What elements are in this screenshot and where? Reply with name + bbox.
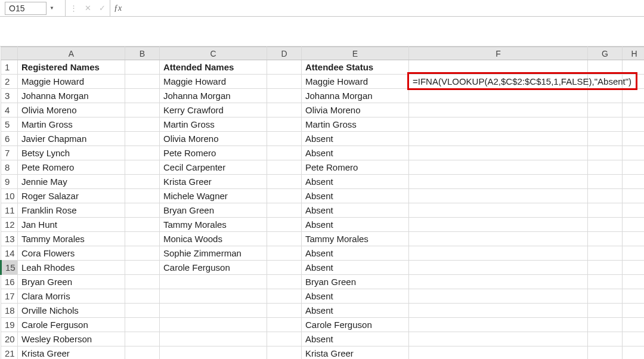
cell[interactable] [588, 261, 623, 275]
cell[interactable] [588, 289, 623, 304]
cell[interactable]: Leah Rhodes [18, 261, 125, 275]
cell[interactable] [125, 189, 160, 203]
cell[interactable]: Martin Gross [18, 117, 125, 132]
row-header[interactable]: 17 [1, 289, 18, 304]
cell[interactable]: Roger Salazar [18, 189, 125, 203]
cell[interactable]: Pete Romero [302, 160, 409, 175]
cell[interactable] [125, 132, 160, 146]
cell[interactable] [409, 175, 588, 189]
cell[interactable]: Absent [302, 218, 409, 232]
cell[interactable] [623, 132, 645, 146]
cell[interactable] [623, 275, 645, 289]
cell[interactable] [160, 275, 267, 289]
cell[interactable] [267, 117, 302, 132]
cell[interactable] [267, 261, 302, 275]
cell[interactable] [623, 332, 645, 346]
cell[interactable] [267, 189, 302, 203]
cell[interactable]: Franklin Rose [18, 203, 125, 218]
col-header-B[interactable]: B [125, 47, 160, 60]
cell[interactable]: Absent [302, 175, 409, 189]
cell[interactable] [409, 132, 588, 146]
cancel-icon[interactable]: ✕ [83, 4, 92, 13]
cell[interactable] [623, 318, 645, 332]
cell[interactable] [125, 89, 160, 103]
cell[interactable] [588, 132, 623, 146]
cell[interactable]: Jan Hunt [18, 218, 125, 232]
row-header[interactable]: 15 [1, 261, 18, 275]
cell[interactable]: Martin Gross [160, 117, 267, 132]
row-header[interactable]: 1 [1, 60, 18, 75]
cell[interactable] [267, 246, 302, 261]
row-header[interactable]: 8 [1, 160, 18, 175]
cell[interactable]: Jennie May [18, 175, 125, 189]
cell[interactable]: Absent [302, 189, 409, 203]
cell[interactable]: Michele Wagner [160, 189, 267, 203]
cell[interactable]: Bryan Green [18, 275, 125, 289]
cell[interactable] [125, 60, 160, 75]
cell[interactable] [588, 117, 623, 132]
row-header[interactable]: 12 [1, 218, 18, 232]
cell[interactable] [588, 304, 623, 318]
cell[interactable]: Pete Romero [160, 146, 267, 160]
cell[interactable]: Clara Morris [18, 289, 125, 304]
cell[interactable] [125, 246, 160, 261]
cell[interactable]: Monica Woods [160, 232, 267, 246]
cell[interactable] [623, 189, 645, 203]
col-header-F[interactable]: F [409, 47, 588, 60]
cell[interactable] [623, 346, 645, 360]
cell[interactable] [623, 203, 645, 218]
cell[interactable] [409, 318, 588, 332]
cell[interactable] [125, 332, 160, 346]
cell[interactable]: Olivia Moreno [160, 132, 267, 146]
cell[interactable] [409, 332, 588, 346]
cell[interactable]: Wesley Roberson [18, 332, 125, 346]
cell[interactable]: Absent [302, 304, 409, 318]
cell[interactable]: Bryan Green [302, 275, 409, 289]
cell[interactable]: Tammy Morales [160, 218, 267, 232]
cell[interactable] [623, 218, 645, 232]
cell[interactable]: Absent [302, 332, 409, 346]
cell[interactable]: Absent [302, 203, 409, 218]
spreadsheet-grid[interactable]: A B C D E F G H 1 Registered Names Atten… [0, 47, 644, 359]
cell[interactable] [267, 89, 302, 103]
row-header[interactable]: 6 [1, 132, 18, 146]
cell[interactable] [588, 146, 623, 160]
row-header[interactable]: 13 [1, 232, 18, 246]
cell[interactable]: Attended Names [160, 60, 267, 75]
cell[interactable] [623, 246, 645, 261]
cell[interactable]: Maggie Howard [160, 75, 267, 89]
cell[interactable] [588, 346, 623, 360]
row-header[interactable]: 4 [1, 103, 18, 117]
cell[interactable] [623, 146, 645, 160]
cell[interactable]: Carole Ferguson [18, 318, 125, 332]
cell[interactable]: Attendee Status [302, 60, 409, 75]
col-header-C[interactable]: C [160, 47, 267, 60]
cell[interactable] [623, 289, 645, 304]
cell[interactable] [588, 203, 623, 218]
cell[interactable]: Absent [302, 289, 409, 304]
cell[interactable] [409, 304, 588, 318]
cell[interactable]: Cora Flowers [18, 246, 125, 261]
row-header[interactable]: 21 [1, 346, 18, 360]
col-header-E[interactable]: E [302, 47, 409, 60]
enter-icon[interactable]: ✓ [98, 4, 106, 13]
cell[interactable] [409, 146, 588, 160]
cell[interactable] [409, 275, 588, 289]
cell[interactable] [409, 89, 588, 103]
cell[interactable] [267, 218, 302, 232]
cell[interactable] [623, 89, 645, 103]
cell[interactable]: Carole Ferguson [302, 318, 409, 332]
cell[interactable] [409, 203, 588, 218]
cell[interactable] [409, 189, 588, 203]
cell[interactable]: Kerry Crawford [160, 103, 267, 117]
cell[interactable] [409, 346, 588, 360]
cell[interactable] [623, 60, 645, 75]
cell[interactable] [588, 218, 623, 232]
cell[interactable] [160, 332, 267, 346]
cell[interactable] [623, 103, 645, 117]
cell[interactable]: Tammy Morales [302, 232, 409, 246]
cell[interactable] [409, 232, 588, 246]
cell[interactable] [588, 318, 623, 332]
cell[interactable] [125, 289, 160, 304]
cell[interactable] [267, 275, 302, 289]
